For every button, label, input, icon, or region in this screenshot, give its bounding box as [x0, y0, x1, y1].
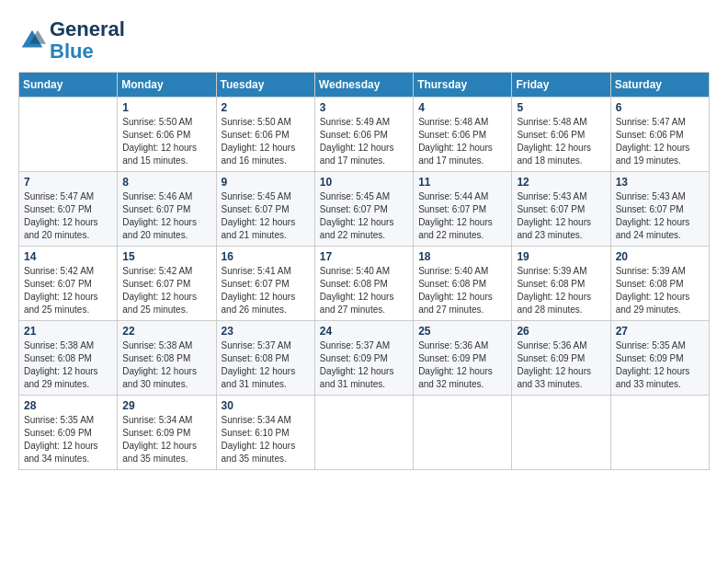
calendar-cell: 11Sunrise: 5:44 AM Sunset: 6:07 PM Dayli…: [414, 172, 512, 247]
day-info: Sunrise: 5:50 AM Sunset: 6:06 PM Dayligh…: [122, 116, 210, 167]
calendar-cell: [314, 396, 413, 470]
day-info: Sunrise: 5:34 AM Sunset: 6:10 PM Dayligh…: [222, 414, 310, 465]
calendar-cell: 7Sunrise: 5:47 AM Sunset: 6:07 PM Daylig…: [19, 172, 118, 247]
day-number: 15: [122, 250, 210, 263]
day-number: 21: [24, 325, 112, 338]
day-info: Sunrise: 5:40 AM Sunset: 6:08 PM Dayligh…: [418, 265, 506, 316]
calendar-cell: 12Sunrise: 5:43 AM Sunset: 6:07 PM Dayli…: [512, 172, 610, 247]
day-info: Sunrise: 5:40 AM Sunset: 6:08 PM Dayligh…: [320, 265, 408, 316]
day-info: Sunrise: 5:48 AM Sunset: 6:06 PM Dayligh…: [517, 116, 605, 167]
day-info: Sunrise: 5:41 AM Sunset: 6:07 PM Dayligh…: [222, 265, 310, 316]
day-number: 2: [222, 101, 310, 114]
day-info: Sunrise: 5:42 AM Sunset: 6:07 PM Dayligh…: [24, 265, 112, 316]
calendar-cell: [19, 98, 118, 172]
day-number: 7: [24, 176, 112, 189]
calendar-cell: 8Sunrise: 5:46 AM Sunset: 6:07 PM Daylig…: [118, 172, 216, 247]
calendar-table: SundayMondayTuesdayWednesdayThursdayFrid…: [18, 72, 710, 470]
day-number: 9: [222, 176, 310, 189]
calendar-cell: 24Sunrise: 5:37 AM Sunset: 6:09 PM Dayli…: [314, 321, 413, 396]
calendar-cell: [610, 396, 709, 470]
day-number: 13: [616, 176, 704, 189]
day-info: Sunrise: 5:45 AM Sunset: 6:07 PM Dayligh…: [320, 190, 408, 242]
weekday-header-thursday: Thursday: [414, 73, 512, 98]
weekday-header-saturday: Saturday: [610, 73, 709, 98]
day-number: 6: [616, 101, 704, 114]
weekday-header-tuesday: Tuesday: [216, 73, 314, 98]
day-number: 10: [320, 176, 408, 189]
calendar-cell: 20Sunrise: 5:39 AM Sunset: 6:08 PM Dayli…: [610, 247, 709, 321]
calendar-week-row: 21Sunrise: 5:38 AM Sunset: 6:08 PM Dayli…: [19, 321, 710, 396]
calendar-week-row: 1Sunrise: 5:50 AM Sunset: 6:06 PM Daylig…: [19, 98, 710, 172]
day-number: 26: [517, 325, 605, 338]
day-number: 25: [418, 325, 506, 338]
calendar-cell: 17Sunrise: 5:40 AM Sunset: 6:08 PM Dayli…: [314, 247, 413, 321]
logo-text: General Blue: [50, 18, 125, 63]
day-info: Sunrise: 5:39 AM Sunset: 6:08 PM Dayligh…: [517, 265, 605, 316]
day-info: Sunrise: 5:43 AM Sunset: 6:07 PM Dayligh…: [616, 190, 704, 242]
calendar-cell: [414, 396, 512, 470]
calendar-cell: 5Sunrise: 5:48 AM Sunset: 6:06 PM Daylig…: [512, 98, 610, 172]
day-number: 27: [616, 325, 704, 338]
calendar-cell: 10Sunrise: 5:45 AM Sunset: 6:07 PM Dayli…: [314, 172, 413, 247]
calendar-cell: 1Sunrise: 5:50 AM Sunset: 6:06 PM Daylig…: [118, 98, 216, 172]
day-info: Sunrise: 5:39 AM Sunset: 6:08 PM Dayligh…: [616, 265, 704, 316]
calendar-cell: 4Sunrise: 5:48 AM Sunset: 6:06 PM Daylig…: [414, 98, 512, 172]
day-number: 16: [222, 250, 310, 263]
calendar-cell: 27Sunrise: 5:35 AM Sunset: 6:09 PM Dayli…: [610, 321, 709, 396]
day-info: Sunrise: 5:43 AM Sunset: 6:07 PM Dayligh…: [517, 190, 605, 242]
day-info: Sunrise: 5:35 AM Sunset: 6:09 PM Dayligh…: [24, 414, 112, 465]
day-info: Sunrise: 5:34 AM Sunset: 6:09 PM Dayligh…: [122, 414, 210, 465]
day-info: Sunrise: 5:49 AM Sunset: 6:06 PM Dayligh…: [320, 116, 408, 167]
calendar-header-row: SundayMondayTuesdayWednesdayThursdayFrid…: [19, 73, 710, 98]
day-number: 20: [616, 250, 704, 263]
day-info: Sunrise: 5:37 AM Sunset: 6:08 PM Dayligh…: [222, 339, 310, 391]
calendar-cell: 18Sunrise: 5:40 AM Sunset: 6:08 PM Dayli…: [414, 247, 512, 321]
logo: General Blue: [18, 18, 125, 63]
weekday-header-sunday: Sunday: [19, 73, 118, 98]
calendar-cell: 9Sunrise: 5:45 AM Sunset: 6:07 PM Daylig…: [216, 172, 314, 247]
calendar-cell: [512, 396, 610, 470]
calendar-cell: 30Sunrise: 5:34 AM Sunset: 6:10 PM Dayli…: [216, 396, 314, 470]
day-number: 1: [122, 101, 210, 114]
day-number: 30: [222, 399, 310, 412]
day-number: 22: [122, 325, 210, 338]
day-info: Sunrise: 5:45 AM Sunset: 6:07 PM Dayligh…: [222, 190, 310, 242]
calendar-cell: 23Sunrise: 5:37 AM Sunset: 6:08 PM Dayli…: [216, 321, 314, 396]
day-number: 18: [418, 250, 506, 263]
day-info: Sunrise: 5:36 AM Sunset: 6:09 PM Dayligh…: [418, 339, 506, 391]
page-header: General Blue: [18, 18, 710, 63]
day-info: Sunrise: 5:42 AM Sunset: 6:07 PM Dayligh…: [122, 265, 210, 316]
calendar-cell: 16Sunrise: 5:41 AM Sunset: 6:07 PM Dayli…: [216, 247, 314, 321]
day-info: Sunrise: 5:37 AM Sunset: 6:09 PM Dayligh…: [320, 339, 408, 391]
day-number: 24: [320, 325, 408, 338]
day-number: 14: [24, 250, 112, 263]
day-number: 3: [320, 101, 408, 114]
day-info: Sunrise: 5:50 AM Sunset: 6:06 PM Dayligh…: [222, 116, 310, 167]
calendar-cell: 2Sunrise: 5:50 AM Sunset: 6:06 PM Daylig…: [216, 98, 314, 172]
weekday-header-wednesday: Wednesday: [314, 73, 413, 98]
calendar-week-row: 28Sunrise: 5:35 AM Sunset: 6:09 PM Dayli…: [19, 396, 710, 470]
day-number: 29: [122, 399, 210, 412]
calendar-body: 1Sunrise: 5:50 AM Sunset: 6:06 PM Daylig…: [19, 98, 710, 470]
day-info: Sunrise: 5:46 AM Sunset: 6:07 PM Dayligh…: [122, 190, 210, 242]
day-number: 19: [517, 250, 605, 263]
day-number: 12: [517, 176, 605, 189]
day-info: Sunrise: 5:38 AM Sunset: 6:08 PM Dayligh…: [24, 339, 112, 391]
day-info: Sunrise: 5:48 AM Sunset: 6:06 PM Dayligh…: [418, 116, 506, 167]
calendar-cell: 13Sunrise: 5:43 AM Sunset: 6:07 PM Dayli…: [610, 172, 709, 247]
day-number: 28: [24, 399, 112, 412]
calendar-cell: 26Sunrise: 5:36 AM Sunset: 6:09 PM Dayli…: [512, 321, 610, 396]
day-number: 17: [320, 250, 408, 263]
calendar-cell: 14Sunrise: 5:42 AM Sunset: 6:07 PM Dayli…: [19, 247, 118, 321]
day-number: 8: [122, 176, 210, 189]
calendar-cell: 19Sunrise: 5:39 AM Sunset: 6:08 PM Dayli…: [512, 247, 610, 321]
day-info: Sunrise: 5:44 AM Sunset: 6:07 PM Dayligh…: [418, 190, 506, 242]
day-number: 5: [517, 101, 605, 114]
calendar-week-row: 14Sunrise: 5:42 AM Sunset: 6:07 PM Dayli…: [19, 247, 710, 321]
day-info: Sunrise: 5:47 AM Sunset: 6:07 PM Dayligh…: [24, 190, 112, 242]
calendar-cell: 22Sunrise: 5:38 AM Sunset: 6:08 PM Dayli…: [118, 321, 216, 396]
day-info: Sunrise: 5:47 AM Sunset: 6:06 PM Dayligh…: [616, 116, 704, 167]
calendar-cell: 6Sunrise: 5:47 AM Sunset: 6:06 PM Daylig…: [610, 98, 709, 172]
calendar-cell: 28Sunrise: 5:35 AM Sunset: 6:09 PM Dayli…: [19, 396, 118, 470]
calendar-cell: 15Sunrise: 5:42 AM Sunset: 6:07 PM Dayli…: [118, 247, 216, 321]
